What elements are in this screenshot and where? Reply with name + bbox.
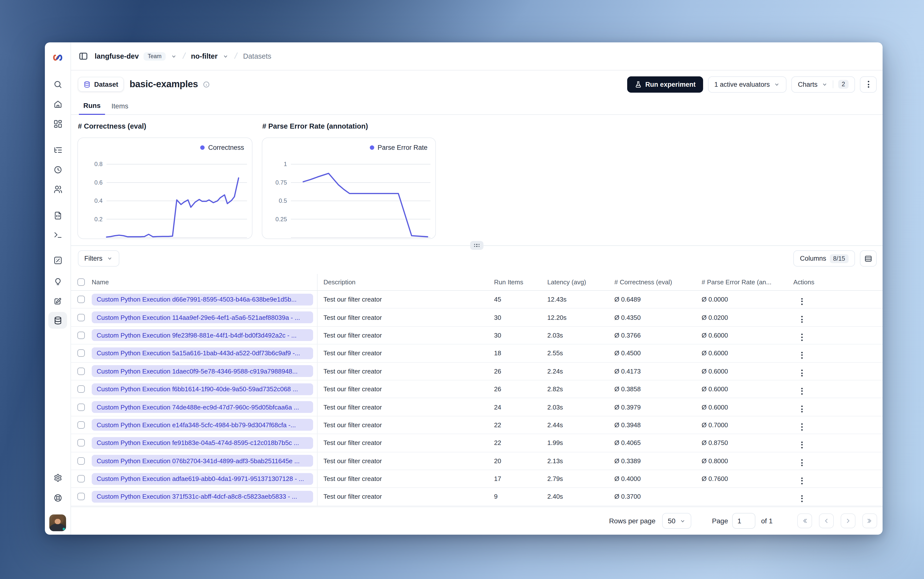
sidebar-item-datasets-database[interactable]	[48, 312, 67, 329]
column-header-name[interactable]: Name	[91, 274, 318, 290]
run-name-link[interactable]: Custom Python Execution 371f531c-abff-4d…	[92, 491, 313, 503]
breadcrumb-org[interactable]: langfuse-dev	[95, 52, 139, 60]
run-name-link[interactable]: Custom Python Execution 076b2704-341d-48…	[92, 455, 313, 467]
run-name-link[interactable]: Custom Python Execution adfae619-abb0-4d…	[92, 473, 313, 485]
chevron-down-icon[interactable]	[170, 53, 177, 59]
select-all-checkbox[interactable]	[77, 278, 85, 286]
cell-description: Test our filter creator	[318, 350, 488, 357]
run-name-link[interactable]: Custom Python Execution e14fa348-5cfc-49…	[92, 419, 313, 431]
row-actions-button[interactable]	[798, 477, 806, 485]
sidebar-item-playground-terminal[interactable]	[48, 226, 67, 243]
row-checkbox[interactable]	[77, 475, 85, 483]
row-checkbox[interactable]	[77, 385, 85, 393]
run-name-link[interactable]: Custom Python Execution 5a15a616-1bab-44…	[92, 347, 313, 359]
cell-correctness: Ø 0.6489	[608, 296, 696, 303]
row-checkbox[interactable]	[77, 350, 85, 357]
more-actions-button[interactable]	[860, 76, 876, 92]
next-page-button[interactable]	[840, 514, 855, 528]
row-checkbox[interactable]	[77, 457, 85, 465]
rows-per-page-select[interactable]: 50	[662, 513, 691, 529]
sidebar-item-evaluation-percent[interactable]	[48, 252, 67, 268]
sidebar-toggle-icon[interactable]	[79, 52, 88, 61]
dashboard-icon	[53, 119, 62, 128]
last-page-button[interactable]	[862, 514, 877, 528]
breadcrumb-project[interactable]: no-filter	[191, 52, 218, 60]
resize-drag-handle[interactable]	[470, 241, 483, 250]
row-actions-button[interactable]	[798, 298, 806, 305]
table-row: Custom Python Execution adfae619-abb0-4d…	[71, 470, 883, 488]
run-name-link[interactable]: Custom Python Execution fe91b83e-04a5-47…	[92, 437, 313, 449]
sidebar-item-insights-lightbulb[interactable]	[48, 273, 67, 289]
row-checkbox[interactable]	[77, 403, 85, 411]
table-toolbar: Filters Columns 8/15	[78, 250, 876, 267]
chevrons-left-icon	[801, 517, 808, 524]
sidebar-item-users[interactable]	[48, 181, 67, 198]
run-name-link[interactable]: Custom Python Execution f6bb1614-1f90-40…	[92, 383, 313, 395]
charts-toggle-button[interactable]: Charts 2	[791, 76, 855, 92]
run-name-link[interactable]: Custom Python Execution 1daec0f9-5e78-43…	[92, 365, 313, 377]
row-actions-button[interactable]	[798, 441, 806, 449]
chevron-down-icon[interactable]	[223, 53, 229, 59]
cell-description: Test our filter creator	[318, 403, 488, 411]
row-actions-button[interactable]	[798, 405, 806, 413]
row-checkbox[interactable]	[77, 368, 85, 375]
tab-items[interactable]: Items	[107, 102, 133, 114]
column-header-parse-error[interactable]: # Parse Error Rate (an...	[696, 278, 787, 286]
avatar[interactable]	[49, 514, 66, 531]
row-actions-button[interactable]	[798, 459, 806, 467]
row-actions-button[interactable]	[798, 351, 806, 359]
sidebar-item-search[interactable]	[48, 76, 67, 93]
run-name-link[interactable]: Custom Python Execution d66e7991-8595-45…	[92, 293, 313, 305]
row-actions-button[interactable]	[798, 495, 806, 503]
row-checkbox[interactable]	[77, 493, 85, 500]
table-row: Custom Python Execution 076b2704-341d-48…	[71, 452, 883, 470]
row-checkbox[interactable]	[77, 314, 85, 321]
sidebar-item-home[interactable]	[48, 96, 67, 112]
column-header-latency[interactable]: Latency (avg)	[541, 278, 608, 286]
cell-description: Test our filter creator	[318, 332, 488, 339]
filters-button[interactable]: Filters	[78, 250, 119, 267]
cell-parse-error-rate: Ø 0.0200	[696, 314, 787, 321]
column-header-run-items[interactable]: Run Items	[488, 278, 541, 286]
info-icon[interactable]	[202, 80, 210, 88]
svg-text:0.75: 0.75	[275, 179, 287, 186]
sidebar-item-annotation-clipboard[interactable]	[48, 292, 67, 309]
row-actions-button[interactable]	[798, 387, 806, 395]
sidebar-item-dashboard[interactable]	[48, 115, 67, 132]
tab-runs[interactable]: Runs	[79, 101, 105, 115]
sidebar-item-sessions-clock[interactable]	[48, 161, 67, 178]
run-name-link[interactable]: Custom Python Execution 9fe23f98-881e-44…	[92, 329, 313, 341]
page-input[interactable]	[732, 513, 755, 529]
row-actions-button[interactable]	[798, 423, 806, 431]
row-checkbox[interactable]	[77, 332, 85, 339]
column-header-description[interactable]: Description	[318, 278, 488, 286]
row-height-button[interactable]	[860, 250, 876, 267]
columns-button[interactable]: Columns 8/15	[794, 250, 855, 267]
row-actions-button[interactable]	[798, 369, 806, 377]
first-page-button[interactable]	[797, 514, 812, 528]
cell-parse-error-rate: Ø 0.6000	[696, 368, 787, 375]
run-name-link[interactable]: Custom Python Execution 74de488e-ec9d-47…	[92, 401, 313, 413]
row-checkbox[interactable]	[77, 421, 85, 429]
table-row: Custom Python Execution 74de488e-ec9d-47…	[71, 398, 883, 416]
active-evaluators-button[interactable]: 1 active evaluators	[708, 76, 786, 92]
table-row: Custom Python Execution 5a15a616-1bab-44…	[71, 344, 883, 362]
page-total-label: of 1	[761, 517, 773, 525]
search-icon	[53, 80, 62, 89]
column-header-correctness[interactable]: # Correctness (eval)	[608, 278, 696, 286]
sidebar-item-tracing[interactable]	[48, 141, 67, 158]
sidebar-item-prompts-file-code[interactable]	[48, 207, 67, 224]
sidebar-item-settings-gear[interactable]	[48, 469, 67, 486]
dataset-chip-label: Dataset	[94, 80, 118, 88]
cell-run-items: 22	[488, 421, 541, 429]
row-checkbox[interactable]	[77, 296, 85, 303]
breadcrumb-section[interactable]: Datasets	[243, 52, 271, 60]
run-experiment-button[interactable]: Run experiment	[627, 76, 703, 92]
row-actions-button[interactable]	[798, 316, 806, 323]
sidebar-item-support-lifebuoy[interactable]	[48, 489, 67, 506]
row-checkbox[interactable]	[77, 439, 85, 447]
row-actions-button[interactable]	[798, 334, 806, 341]
run-name-link[interactable]: Custom Python Execution 114aa9ef-29e6-4e…	[92, 311, 313, 323]
cell-correctness: Ø 0.4000	[608, 475, 696, 483]
prev-page-button[interactable]	[819, 514, 834, 528]
